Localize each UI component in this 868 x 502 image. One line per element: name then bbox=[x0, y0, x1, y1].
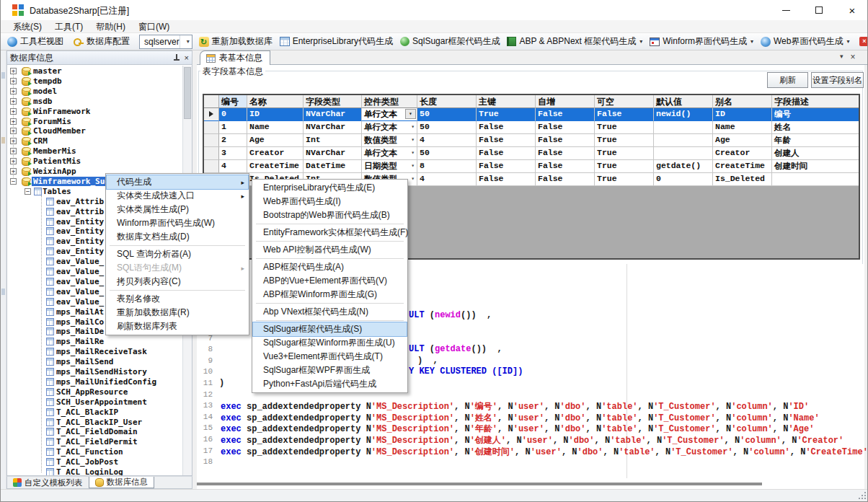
set-field-alias-button[interactable]: 设置字段别名 bbox=[811, 72, 864, 88]
grid-cell[interactable]: False bbox=[536, 147, 595, 160]
expand-icon[interactable]: + bbox=[10, 128, 17, 134]
close-icon[interactable]: × bbox=[851, 53, 856, 61]
expand-icon[interactable]: + bbox=[10, 68, 17, 74]
grid-cell[interactable]: True bbox=[595, 173, 654, 186]
expand-icon[interactable]: + bbox=[10, 168, 17, 175]
grid-cell[interactable] bbox=[654, 134, 713, 147]
grid-cell[interactable]: False bbox=[477, 121, 536, 134]
grid-cell[interactable]: True bbox=[595, 160, 654, 173]
expand-icon[interactable]: + bbox=[10, 108, 17, 115]
grid-header-4[interactable]: 长度 bbox=[417, 95, 477, 108]
grid-cell[interactable]: Name bbox=[713, 121, 772, 134]
grid-cell[interactable]: Int bbox=[304, 134, 362, 147]
grid-header-1[interactable]: 名称 bbox=[247, 95, 304, 108]
context-menu-item-8[interactable]: 拷贝列表内容(C) bbox=[107, 275, 248, 289]
grid-cell[interactable]: False bbox=[536, 134, 595, 147]
grid-header-0[interactable]: 编号 bbox=[219, 95, 247, 108]
grid-cell[interactable]: False bbox=[477, 160, 536, 173]
grid-cell[interactable]: False bbox=[595, 108, 654, 121]
refresh-button[interactable]: 刷新 bbox=[767, 72, 808, 88]
table-row[interactable]: 2AgeInt数值类型▾4FalseFalseTrueAge年龄 bbox=[204, 134, 859, 147]
close-icon[interactable]: × bbox=[185, 54, 189, 61]
grid-cell[interactable]: newid() bbox=[654, 108, 713, 121]
submenu-item-18[interactable]: Python+FastApi后端代码生成 bbox=[253, 377, 407, 391]
grid-header-5[interactable]: 主键 bbox=[477, 95, 536, 108]
context-menu-item-7[interactable]: SQL语句生成(M)▸ bbox=[107, 261, 248, 275]
submenu-item-2[interactable]: Bootstrap的Web界面代码生成(B) bbox=[253, 208, 407, 222]
grid-cell[interactable]: 8 bbox=[417, 160, 477, 173]
grid-cell[interactable]: 0 bbox=[654, 173, 713, 186]
close-button[interactable]: × bbox=[836, 0, 868, 20]
expand-icon[interactable]: + bbox=[10, 88, 17, 94]
dropdown-button[interactable]: ▾ bbox=[405, 109, 416, 119]
grid-cell[interactable]: False bbox=[536, 160, 595, 173]
grid-cell[interactable]: ID bbox=[247, 108, 304, 121]
submenu-item-1[interactable]: Web界面代码生成(I) bbox=[253, 195, 407, 208]
grid-cell[interactable]: CreateTime bbox=[247, 160, 304, 173]
grid-cell[interactable]: True bbox=[595, 147, 654, 160]
grid-cell[interactable]: 50 bbox=[417, 147, 477, 160]
pin-icon[interactable] bbox=[173, 54, 180, 61]
expand-icon[interactable]: + bbox=[10, 98, 17, 105]
submenu-item-9[interactable]: ABP的Vue+Element界面代码(V) bbox=[253, 274, 407, 288]
grid-cell[interactable]: False bbox=[536, 108, 595, 121]
grid-cell[interactable]: 0 bbox=[219, 108, 247, 121]
grid-cell[interactable]: getdate() bbox=[654, 160, 713, 173]
grid-cell[interactable]: 4 bbox=[417, 134, 477, 147]
toolbar-dbconfig-button[interactable]: 数据库配置 bbox=[70, 34, 133, 50]
editor-horizontal-scrollbar[interactable] bbox=[197, 483, 762, 485]
table-row[interactable]: 1NameNVarChar单行文本▾50FalseFalseTrueName姓名 bbox=[204, 121, 859, 134]
grid-cell[interactable]: False bbox=[536, 173, 595, 186]
grid-header-7[interactable]: 可空 bbox=[595, 95, 654, 108]
chevron-down-icon[interactable]: ▾ bbox=[840, 53, 843, 61]
toolbar-reload-button[interactable]: ↻重新加载数据库 bbox=[195, 34, 276, 50]
grid-header-10[interactable]: 字段描述 bbox=[772, 95, 860, 108]
submenu-item-8[interactable]: ABP框架代码生成(A) bbox=[253, 260, 407, 274]
table-row[interactable]: 0IDNVarChar单行文本▾50TrueFalseFalsenewid()I… bbox=[204, 108, 859, 121]
chevron-down-icon[interactable]: ▾ bbox=[639, 38, 642, 45]
grid-cell[interactable]: 4 bbox=[417, 173, 477, 186]
chevron-down-icon[interactable]: ▾ bbox=[411, 150, 415, 156]
submenu-item-0[interactable]: EnterpriseLibrary代码生成(E) bbox=[253, 181, 407, 195]
grid-cell[interactable]: False bbox=[477, 173, 536, 186]
context-menu-item-4[interactable]: 数据库文档生成(D) bbox=[107, 230, 248, 244]
expand-icon[interactable]: + bbox=[10, 138, 17, 144]
toolbar-view-button[interactable]: 工具栏视图 bbox=[4, 34, 67, 50]
grid-cell[interactable]: 3 bbox=[219, 147, 247, 160]
row-selector[interactable] bbox=[204, 160, 219, 173]
context-menu-item-3[interactable]: Winform界面代码生成(W) bbox=[107, 216, 248, 230]
grid-cell[interactable] bbox=[654, 147, 713, 160]
maximize-button[interactable] bbox=[802, 0, 836, 20]
context-menu-item-12[interactable]: 刷新数据库列表 bbox=[107, 320, 248, 333]
grid-header-3[interactable]: 控件类型 bbox=[362, 95, 417, 108]
row-selector[interactable] bbox=[204, 147, 219, 160]
grid-cell[interactable]: NVarChar bbox=[304, 108, 362, 121]
grid-cell[interactable]: 创建人 bbox=[772, 147, 860, 160]
grid-cell[interactable]: 单行文本▾ bbox=[362, 108, 417, 121]
grid-cell[interactable]: 姓名 bbox=[772, 121, 860, 134]
menu-tools[interactable]: 工具(T) bbox=[48, 20, 89, 33]
panel-tab-database[interactable]: 数据库信息 bbox=[89, 477, 155, 488]
grid-cell[interactable]: Creator bbox=[247, 147, 304, 160]
toolbar-sqlsugar-button[interactable]: SqlSugar框架代码生成 bbox=[397, 34, 503, 50]
expand-icon[interactable]: + bbox=[10, 148, 17, 154]
submenu-item-17[interactable]: SqlSugar框架WPF界面生成 bbox=[253, 364, 407, 377]
grid-cell[interactable]: Is_Deleted bbox=[713, 173, 772, 186]
grid-cell[interactable]: 1 bbox=[219, 121, 247, 134]
chevron-down-icon[interactable]: ▾ bbox=[411, 137, 415, 143]
table-row[interactable]: 3CreatorNVarChar单行文本▾50FalseFalseTrueCre… bbox=[204, 147, 859, 160]
expand-icon[interactable]: + bbox=[10, 158, 17, 164]
grid-cell[interactable]: 创建时间 bbox=[772, 160, 860, 173]
row-selector[interactable] bbox=[204, 121, 219, 134]
grid-cell[interactable]: 50 bbox=[417, 108, 477, 121]
grid-header-6[interactable]: 自增 bbox=[536, 95, 595, 108]
panel-tab-templates[interactable]: 自定义模板列表 bbox=[7, 477, 89, 488]
chevron-down-icon[interactable]: ▾ bbox=[411, 124, 415, 130]
expand-icon[interactable]: + bbox=[10, 118, 17, 125]
grid-cell[interactable]: Name bbox=[247, 121, 304, 134]
row-selector[interactable] bbox=[204, 134, 219, 147]
submenu-item-6[interactable]: Web API控制器代码生成(W) bbox=[253, 243, 407, 257]
row-selector[interactable] bbox=[204, 108, 219, 121]
submenu-item-16[interactable]: Vue3+Element界面代码生成(T) bbox=[253, 350, 407, 364]
menu-window[interactable]: 窗口(W) bbox=[132, 20, 176, 33]
